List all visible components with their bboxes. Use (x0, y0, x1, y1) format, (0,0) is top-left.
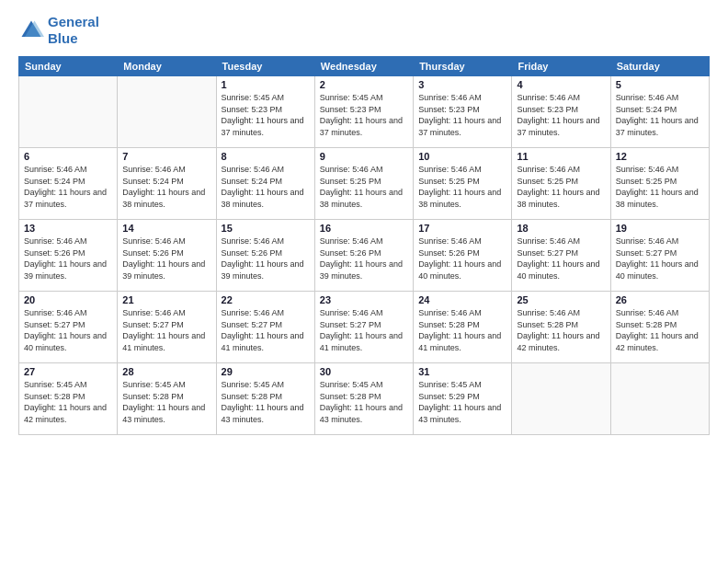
calendar-cell (19, 76, 118, 148)
calendar-cell: 12Sunrise: 5:46 AMSunset: 5:25 PMDayligh… (610, 148, 709, 220)
day-info: Sunrise: 5:46 AMSunset: 5:26 PMDaylight:… (320, 236, 408, 282)
calendar-cell: 6Sunrise: 5:46 AMSunset: 5:24 PMDaylight… (19, 148, 118, 220)
day-number: 26 (616, 294, 704, 305)
day-number: 14 (122, 223, 210, 234)
day-info: Sunrise: 5:46 AMSunset: 5:26 PMDaylight:… (24, 236, 112, 282)
day-number: 20 (24, 294, 112, 305)
day-info: Sunrise: 5:46 AMSunset: 5:27 PMDaylight:… (122, 307, 210, 353)
day-info: Sunrise: 5:46 AMSunset: 5:27 PMDaylight:… (616, 236, 704, 282)
calendar-cell: 28Sunrise: 5:45 AMSunset: 5:28 PMDayligh… (118, 363, 216, 435)
day-info: Sunrise: 5:46 AMSunset: 5:28 PMDaylight:… (616, 307, 704, 353)
calendar-cell: 23Sunrise: 5:46 AMSunset: 5:27 PMDayligh… (314, 292, 413, 363)
day-number: 11 (517, 151, 605, 162)
day-number: 31 (418, 366, 506, 377)
calendar-cell: 15Sunrise: 5:46 AMSunset: 5:26 PMDayligh… (216, 220, 314, 292)
logo-text-blue: Blue (48, 30, 99, 47)
day-info: Sunrise: 5:46 AMSunset: 5:27 PMDaylight:… (24, 307, 112, 353)
day-info: Sunrise: 5:45 AMSunset: 5:28 PMDaylight:… (24, 379, 112, 425)
day-info: Sunrise: 5:46 AMSunset: 5:28 PMDaylight:… (517, 307, 605, 353)
day-info: Sunrise: 5:45 AMSunset: 5:28 PMDaylight:… (222, 379, 310, 425)
calendar-cell: 18Sunrise: 5:46 AMSunset: 5:27 PMDayligh… (512, 220, 610, 292)
day-number: 1 (222, 79, 310, 90)
day-number: 30 (320, 366, 408, 377)
calendar-cell: 4Sunrise: 5:46 AMSunset: 5:23 PMDaylight… (512, 76, 610, 148)
logo: General Blue (18, 14, 99, 47)
day-info: Sunrise: 5:46 AMSunset: 5:27 PMDaylight:… (517, 236, 605, 282)
day-info: Sunrise: 5:46 AMSunset: 5:25 PMDaylight:… (517, 164, 605, 210)
day-info: Sunrise: 5:46 AMSunset: 5:24 PMDaylight:… (24, 164, 112, 210)
day-info: Sunrise: 5:46 AMSunset: 5:24 PMDaylight:… (222, 164, 310, 210)
day-info: Sunrise: 5:46 AMSunset: 5:25 PMDaylight:… (418, 164, 506, 210)
day-info: Sunrise: 5:46 AMSunset: 5:26 PMDaylight:… (222, 236, 310, 282)
day-header-monday: Monday (118, 57, 216, 76)
calendar-cell: 2Sunrise: 5:45 AMSunset: 5:23 PMDaylight… (314, 76, 413, 148)
day-number: 4 (517, 79, 605, 90)
day-number: 3 (418, 79, 506, 90)
logo-icon (18, 17, 44, 43)
day-info: Sunrise: 5:46 AMSunset: 5:24 PMDaylight:… (122, 164, 210, 210)
day-number: 6 (24, 151, 112, 162)
calendar-cell: 30Sunrise: 5:45 AMSunset: 5:28 PMDayligh… (314, 363, 413, 435)
calendar-cell: 24Sunrise: 5:46 AMSunset: 5:28 PMDayligh… (414, 292, 512, 363)
day-number: 21 (122, 294, 210, 305)
day-info: Sunrise: 5:46 AMSunset: 5:24 PMDaylight:… (616, 92, 704, 138)
calendar-cell: 31Sunrise: 5:45 AMSunset: 5:29 PMDayligh… (414, 363, 512, 435)
day-number: 22 (222, 294, 310, 305)
day-info: Sunrise: 5:45 AMSunset: 5:28 PMDaylight:… (320, 379, 408, 425)
day-number: 2 (320, 79, 408, 90)
day-number: 23 (320, 294, 408, 305)
day-number: 28 (122, 366, 210, 377)
calendar-cell (118, 76, 216, 148)
calendar-table: SundayMondayTuesdayWednesdayThursdayFrid… (18, 56, 710, 435)
day-header-tuesday: Tuesday (216, 57, 314, 76)
calendar-cell: 7Sunrise: 5:46 AMSunset: 5:24 PMDaylight… (118, 148, 216, 220)
calendar-week-1: 1Sunrise: 5:45 AMSunset: 5:23 PMDaylight… (19, 76, 710, 148)
logo-text-general: General (48, 14, 99, 30)
day-number: 24 (418, 294, 506, 305)
calendar-week-5: 27Sunrise: 5:45 AMSunset: 5:28 PMDayligh… (19, 363, 710, 435)
day-info: Sunrise: 5:45 AMSunset: 5:23 PMDaylight:… (320, 92, 408, 138)
calendar-cell: 20Sunrise: 5:46 AMSunset: 5:27 PMDayligh… (19, 292, 118, 363)
calendar-week-3: 13Sunrise: 5:46 AMSunset: 5:26 PMDayligh… (19, 220, 710, 292)
day-info: Sunrise: 5:46 AMSunset: 5:25 PMDaylight:… (320, 164, 408, 210)
calendar-cell: 11Sunrise: 5:46 AMSunset: 5:25 PMDayligh… (512, 148, 610, 220)
day-info: Sunrise: 5:45 AMSunset: 5:29 PMDaylight:… (418, 379, 506, 425)
day-number: 12 (616, 151, 704, 162)
day-info: Sunrise: 5:45 AMSunset: 5:23 PMDaylight:… (222, 92, 310, 138)
day-number: 13 (24, 223, 112, 234)
day-number: 10 (418, 151, 506, 162)
day-info: Sunrise: 5:46 AMSunset: 5:27 PMDaylight:… (222, 307, 310, 353)
calendar-cell: 21Sunrise: 5:46 AMSunset: 5:27 PMDayligh… (118, 292, 216, 363)
calendar-page: General Blue SundayMondayTuesdayWednesda… (0, 0, 728, 563)
calendar-cell: 1Sunrise: 5:45 AMSunset: 5:23 PMDaylight… (216, 76, 314, 148)
calendar-cell: 17Sunrise: 5:46 AMSunset: 5:26 PMDayligh… (414, 220, 512, 292)
calendar-cell: 27Sunrise: 5:45 AMSunset: 5:28 PMDayligh… (19, 363, 118, 435)
calendar-header-row: SundayMondayTuesdayWednesdayThursdayFrid… (19, 57, 710, 76)
calendar-cell: 25Sunrise: 5:46 AMSunset: 5:28 PMDayligh… (512, 292, 610, 363)
header: General Blue (18, 14, 710, 47)
day-number: 9 (320, 151, 408, 162)
calendar-cell: 16Sunrise: 5:46 AMSunset: 5:26 PMDayligh… (314, 220, 413, 292)
calendar-cell (512, 363, 610, 435)
day-number: 27 (24, 366, 112, 377)
day-number: 18 (517, 223, 605, 234)
calendar-cell: 3Sunrise: 5:46 AMSunset: 5:23 PMDaylight… (414, 76, 512, 148)
day-info: Sunrise: 5:46 AMSunset: 5:26 PMDaylight:… (418, 236, 506, 282)
day-header-thursday: Thursday (414, 57, 512, 76)
day-number: 16 (320, 223, 408, 234)
calendar-cell: 14Sunrise: 5:46 AMSunset: 5:26 PMDayligh… (118, 220, 216, 292)
calendar-cell: 5Sunrise: 5:46 AMSunset: 5:24 PMDaylight… (610, 76, 709, 148)
day-number: 5 (616, 79, 704, 90)
calendar-cell: 26Sunrise: 5:46 AMSunset: 5:28 PMDayligh… (610, 292, 709, 363)
calendar-cell: 19Sunrise: 5:46 AMSunset: 5:27 PMDayligh… (610, 220, 709, 292)
day-number: 8 (222, 151, 310, 162)
calendar-cell: 13Sunrise: 5:46 AMSunset: 5:26 PMDayligh… (19, 220, 118, 292)
day-header-sunday: Sunday (19, 57, 118, 76)
day-number: 19 (616, 223, 704, 234)
calendar-cell (610, 363, 709, 435)
calendar-cell: 22Sunrise: 5:46 AMSunset: 5:27 PMDayligh… (216, 292, 314, 363)
calendar-cell: 29Sunrise: 5:45 AMSunset: 5:28 PMDayligh… (216, 363, 314, 435)
day-header-saturday: Saturday (610, 57, 709, 76)
day-info: Sunrise: 5:46 AMSunset: 5:23 PMDaylight:… (418, 92, 506, 138)
day-number: 25 (517, 294, 605, 305)
